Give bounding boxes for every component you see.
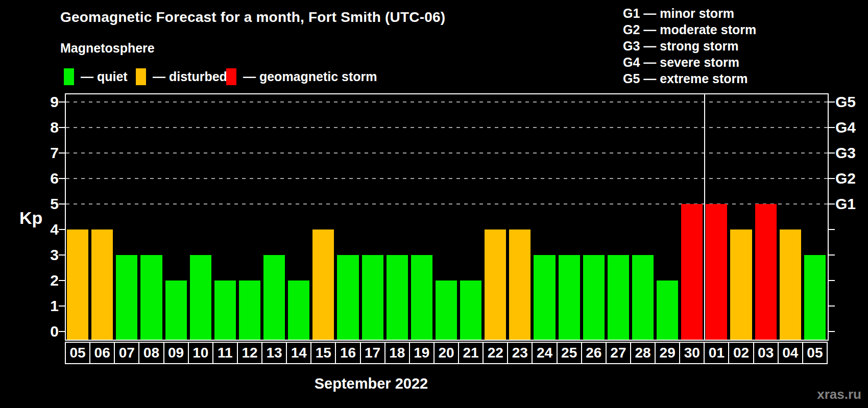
x-axis-day-label: 13 xyxy=(261,342,287,364)
y-axis-tick-right xyxy=(829,101,835,103)
y-axis-tick-label: 9 xyxy=(19,92,59,112)
y-axis-tick-label: 6 xyxy=(19,168,59,189)
y-axis-tick-label: 2 xyxy=(19,270,59,291)
bar-15-day-19 xyxy=(411,255,432,340)
x-axis-day-label: 07 xyxy=(114,342,139,364)
bar-24-day-28 xyxy=(632,255,654,340)
y-axis-tick-label: 3 xyxy=(19,245,59,265)
bar-10-day-14 xyxy=(288,280,309,340)
x-axis-day-label: 08 xyxy=(138,342,164,364)
legend-item-storm: — geomagnetic storm xyxy=(226,67,377,86)
y-axis-tick-left xyxy=(59,127,65,128)
x-axis-day-label: 11 xyxy=(212,342,238,364)
y-axis-tick-right xyxy=(829,152,835,154)
magnetosphere-label: Magnetosphere xyxy=(60,41,155,56)
x-axis-day-label: 23 xyxy=(507,342,533,364)
g-legend-item: G4 — severe storm xyxy=(623,54,756,70)
g-legend-item: G3 — strong storm xyxy=(623,38,756,54)
chart-canvas: Geomagnetic Forecast for a month, Fort S… xyxy=(0,0,868,408)
x-axis-day-label: 21 xyxy=(458,342,484,364)
x-axis-day-label: 19 xyxy=(409,342,435,364)
bar-8-day-12 xyxy=(239,280,260,340)
bar-29-day-03 xyxy=(755,204,777,340)
bar-21-day-25 xyxy=(559,255,580,340)
bar-13-day-17 xyxy=(362,255,383,340)
x-axis-day-label: 30 xyxy=(679,342,705,364)
g-legend-item: G5 — extreme storm xyxy=(623,70,756,87)
y-axis-tick-left xyxy=(59,280,65,281)
month-boundary-line xyxy=(704,94,705,340)
disturbed-color-swatch xyxy=(136,68,146,85)
x-axis-day-label: 26 xyxy=(581,342,607,364)
y-axis-tick-label: 5 xyxy=(19,194,59,214)
gridline-kp9 xyxy=(66,101,828,103)
right-axis-label-g2: G2 xyxy=(835,168,868,189)
y-axis-tick-label: 4 xyxy=(19,219,59,240)
y-axis-tick-left xyxy=(59,101,65,103)
y-axis-tick-right xyxy=(829,331,835,332)
quiet-color-swatch xyxy=(64,68,74,85)
x-axis-day-label: 12 xyxy=(237,342,262,364)
y-axis-tick-right xyxy=(829,178,835,179)
y-axis-tick-right xyxy=(829,305,835,307)
bar-3-day-07 xyxy=(116,255,137,340)
y-axis-tick-right xyxy=(829,254,835,256)
right-axis-label-g1: G1 xyxy=(835,194,868,214)
x-axis-day-label: 17 xyxy=(360,342,385,364)
bar-28-day-02 xyxy=(730,230,752,340)
x-axis-day-label: 14 xyxy=(286,342,311,364)
legend-item-quiet: — quiet xyxy=(64,67,128,86)
g-scale-legend: G1 — minor stormG2 — moderate stormG3 — … xyxy=(623,5,756,87)
bar-4-day-08 xyxy=(140,255,162,340)
legend-label-disturbed: — disturbed xyxy=(153,69,227,84)
storm-color-swatch xyxy=(226,68,236,85)
x-axis-day-label: 16 xyxy=(335,342,360,364)
y-axis-tick-left xyxy=(59,203,65,205)
x-axis-day-label: 10 xyxy=(188,342,213,364)
bar-26-day-30 xyxy=(681,204,703,340)
y-axis-tick-label: 1 xyxy=(19,296,59,316)
bar-5-day-09 xyxy=(165,280,187,340)
bar-14-day-18 xyxy=(387,255,408,340)
x-axis-day-label: 06 xyxy=(89,342,115,364)
y-axis-tick-left xyxy=(59,305,65,307)
y-axis-tick-left xyxy=(59,254,65,256)
gridline-kp8 xyxy=(66,127,828,128)
right-axis-label-g5: G5 xyxy=(835,92,868,112)
bar-6-day-10 xyxy=(190,255,211,340)
right-axis-label-g3: G3 xyxy=(835,143,868,163)
bar-25-day-29 xyxy=(657,280,678,340)
x-axis-day-label: 02 xyxy=(728,342,754,364)
x-axis-day-label: 25 xyxy=(557,342,582,364)
bar-17-day-21 xyxy=(460,280,481,340)
x-axis-day-label: 20 xyxy=(433,342,459,364)
bar-7-day-11 xyxy=(214,280,236,340)
x-axis-day-label: 04 xyxy=(778,342,803,364)
bar-30-day-04 xyxy=(780,230,801,340)
y-axis-tick-right xyxy=(829,203,835,205)
gridline-kp7 xyxy=(66,152,828,154)
x-axis-day-label: 18 xyxy=(384,342,410,364)
y-axis-tick-left xyxy=(59,178,65,179)
y-axis-tick-right xyxy=(829,229,835,230)
g-legend-item: G2 — moderate storm xyxy=(623,21,756,38)
chart-title: Geomagnetic Forecast for a month, Fort S… xyxy=(60,9,445,26)
bar-23-day-27 xyxy=(608,255,629,340)
y-axis-tick-left xyxy=(59,229,65,230)
x-axis-day-label: 09 xyxy=(163,342,189,364)
plot-area xyxy=(65,93,829,341)
bar-27-day-01 xyxy=(706,204,727,340)
y-axis-tick-left xyxy=(59,152,65,154)
x-axis-day-label: 05 xyxy=(802,342,828,364)
x-axis-day-label: 28 xyxy=(630,342,656,364)
y-axis-tick-right xyxy=(829,280,835,281)
bar-12-day-16 xyxy=(337,255,358,340)
x-axis-day-label: 27 xyxy=(606,342,631,364)
legend-label-quiet: — quiet xyxy=(81,69,128,84)
bar-9-day-13 xyxy=(263,255,285,340)
bar-16-day-20 xyxy=(436,280,457,340)
right-axis-label-g4: G4 xyxy=(835,117,868,138)
watermark: xras.ru xyxy=(817,387,861,402)
y-axis-tick-label: 0 xyxy=(19,321,59,342)
x-axis-day-label: 15 xyxy=(310,342,336,364)
